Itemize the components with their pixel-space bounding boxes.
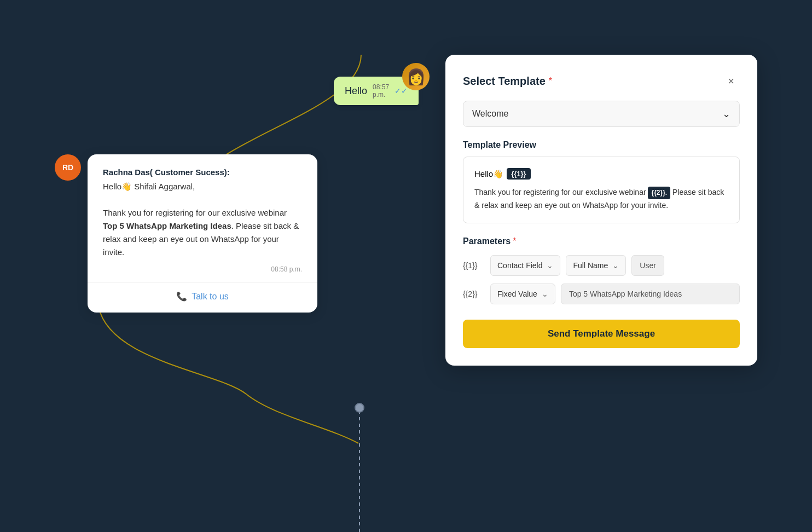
preview-section-label: Template Preview: [463, 140, 740, 150]
full-name-dropdown[interactable]: Full Name ⌄: [566, 255, 626, 276]
chevron-down-icon: ⌄: [547, 261, 553, 270]
connector-dot: [355, 403, 364, 413]
sender-name: Rachna Das( Customer Sucess):: [103, 167, 302, 177]
preview-line1: Hello👋 {{1}}: [474, 168, 728, 180]
parameters-section: Parameters * {{1}} Contact Field ⌄ Full …: [463, 236, 740, 304]
preview-body-text1: Thank you for registering for our exclus…: [474, 188, 646, 196]
bubble-text: Hello: [345, 85, 367, 97]
fixed-value-text: Fixed Value: [497, 290, 537, 298]
phone-icon: 📞: [176, 291, 187, 302]
send-template-button[interactable]: Send Template Message: [463, 320, 740, 348]
user-value: User: [631, 255, 664, 276]
param-row-2: {{2}} Fixed Value ⌄ Top 5 WhatsApp Marke…: [463, 284, 740, 304]
required-star: *: [549, 76, 552, 86]
rd-avatar: RD: [55, 154, 81, 181]
preview-body: Thank you for registering for our exclus…: [474, 186, 728, 212]
bold-text: Top 5 WhatsApp Marketing Ideas: [103, 221, 231, 230]
message-card: Rachna Das( Customer Sucess): Hello👋 Shi…: [88, 154, 317, 313]
double-check-icon: ✓✓: [395, 86, 408, 95]
preview-hello: Hello👋: [474, 169, 503, 179]
message-time: 08:58 p.m.: [103, 265, 302, 273]
body-text-1: Thank you for registering for our exclus…: [103, 208, 287, 217]
message-card-wrapper: RD Rachna Das( Customer Sucess): Hello👋 …: [66, 154, 394, 313]
template-dropdown-value: Welcome: [472, 109, 508, 119]
close-icon: ×: [728, 75, 734, 88]
param1-label: {{1}}: [463, 261, 485, 270]
cta-label: Talk to us: [192, 292, 229, 302]
select-template-modal: Select Template * × Welcome ⌄ Template P…: [445, 55, 757, 366]
fixed-value-input: Top 5 WhatsApp Marketing Ideas: [561, 284, 740, 304]
param2-label: {{2}}: [463, 290, 485, 298]
params-section-label: Parameters: [463, 236, 511, 246]
chevron-down-icon: ⌄: [542, 290, 548, 298]
modal-header: Select Template * ×: [463, 72, 740, 90]
params-required-star: *: [513, 236, 516, 246]
template-dropdown[interactable]: Welcome ⌄: [463, 101, 740, 127]
chevron-down-icon: ⌄: [612, 261, 619, 270]
message-body: Hello👋 Shifali Aggarwal, Thank you for r…: [103, 180, 302, 259]
avatar-face: 👩: [407, 68, 426, 86]
contact-field-text: Contact Field: [497, 261, 542, 270]
talk-to-us-button[interactable]: 📞 Talk to us: [103, 291, 302, 302]
greeting-text: Hello👋 Shifali Aggarwal,: [103, 182, 195, 191]
param-row-1: {{1}} Contact Field ⌄ Full Name ⌄ User: [463, 255, 740, 276]
contact-field-dropdown[interactable]: Contact Field ⌄: [490, 255, 560, 276]
param1-badge: {{1}}: [507, 168, 530, 180]
card-divider: [88, 282, 317, 282]
fixed-value-dropdown[interactable]: Fixed Value ⌄: [490, 284, 555, 304]
param2-badge: {{2}}.: [648, 187, 670, 199]
avatar: 👩: [402, 63, 430, 90]
chat-area: Hello 08:57 p.m. ✓✓ 👩 RD Rachna Das( Cus…: [66, 77, 394, 313]
full-name-text: Full Name: [573, 261, 608, 270]
chevron-down-icon: ⌄: [722, 108, 730, 120]
bubble-time: 08:57 p.m.: [373, 83, 389, 99]
close-button[interactable]: ×: [722, 72, 740, 90]
modal-title: Select Template: [463, 75, 546, 88]
template-preview-box: Hello👋 {{1}} Thank you for registering f…: [463, 157, 740, 223]
